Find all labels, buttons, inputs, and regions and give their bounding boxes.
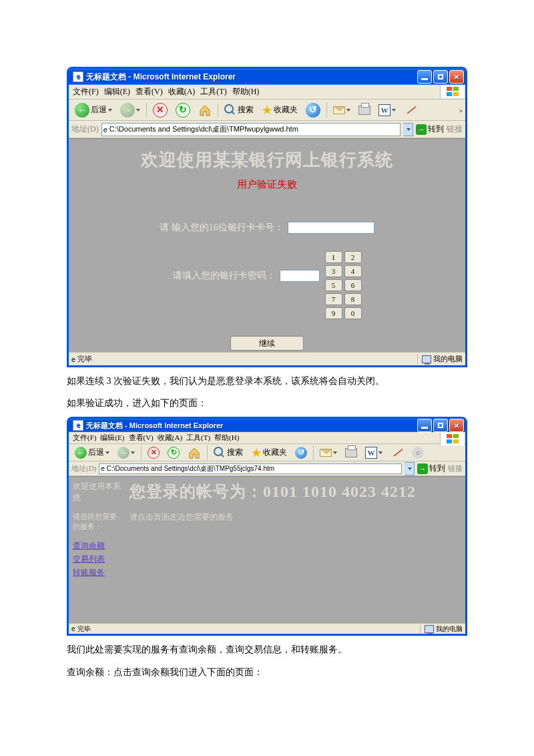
menu-tools[interactable]: 工具(T) [200,86,226,98]
key-2[interactable]: 2 [344,251,362,263]
menu-favorites[interactable]: 收藏(A) [168,86,196,98]
forward-button[interactable]: → [114,445,138,460]
menu-help[interactable]: 帮助(H) [232,86,260,98]
home-button[interactable] [195,102,215,119]
maximize-button[interactable] [433,70,448,83]
edit-button[interactable]: W [362,445,386,460]
address-label: 地址(D) [71,124,99,135]
key-0[interactable]: 0 [344,307,362,319]
address-label: 地址(D) [71,463,96,474]
refresh-button[interactable]: ↻ [172,102,194,119]
paragraph-3: 我们此处需要实现的服务有查询余额，查询交易信息，和转账服务。 [67,641,467,658]
links-label[interactable]: 链接 [447,124,463,135]
menubar: 文件(F) 编辑(E) 查看(V) 收藏(A) 工具(T) 帮助(H) [69,85,465,100]
refresh-icon: ↻ [168,447,180,459]
menu-edit[interactable]: 编辑(E) [100,433,124,443]
edit-button[interactable]: W [375,102,399,119]
addressbar: 地址(D) e C:\Documents and Settings\dcl\桌面… [69,461,465,476]
home-button[interactable] [184,445,204,460]
link-transfer[interactable]: 转账服务 [73,567,121,578]
star-icon: ★ [262,104,272,116]
maximize-button[interactable] [433,419,448,432]
titlebar[interactable]: e 无标题文档 - Microsoft Internet Explorer ✕ [69,69,465,85]
stop-button[interactable]: ✕ [150,102,171,119]
windows-logo-icon [440,432,464,445]
windows-logo-icon [440,85,464,98]
key-1[interactable]: 1 [325,251,342,263]
key-5[interactable]: 5 [325,279,342,291]
link-transactions[interactable]: 交易列表 [73,554,121,565]
swoosh-button[interactable]: ⟋ [387,445,407,460]
welcome-text: 欢迎使用本系统 [73,481,121,504]
card-label: 请 输入您的16位银行卡卡号： [160,222,284,234]
close-button[interactable]: ✕ [449,419,464,432]
print-button[interactable] [355,102,374,119]
menu-view[interactable]: 查看(V) [136,86,163,98]
page-content: 欢迎使用某某银行网上银行系统 用户验证失败 请 输入您的16位银行卡卡号： 请填… [69,138,465,352]
page-icon: e [101,465,105,472]
window-title: 无标题文档 - Microsoft Internet Explorer [86,71,417,83]
forward-button[interactable]: → [117,102,144,119]
menu-favorites[interactable]: 收藏(A) [158,433,182,443]
favorites-button[interactable]: ★收藏夹 [248,445,290,460]
paragraph-2: 如果验证成功，进入如下的页面： [67,395,467,411]
history-button[interactable]: ↺ [292,445,310,460]
minimize-button[interactable] [417,70,432,83]
go-button[interactable]: →转到 [417,463,445,474]
password-input[interactable] [280,270,320,282]
home-icon [188,446,201,459]
address-dropdown[interactable] [403,123,413,136]
page-icon: e [71,625,75,632]
go-icon: → [416,124,427,135]
menu-tools[interactable]: 工具(T) [186,433,210,443]
address-input[interactable]: e C:\Documents and Settings\dcl\桌面\TMPfw… [101,123,400,136]
search-button[interactable]: 搜索 [210,445,246,460]
address-dropdown[interactable] [405,462,415,476]
key-8[interactable]: 8 [344,293,362,305]
mail-icon [333,106,345,114]
page-icon: e [73,71,83,82]
menu-file[interactable]: 文件(F) [73,433,96,443]
address-input[interactable]: e C:\Documents and Settings\dcl\桌面\TMPg5… [99,463,402,474]
word-icon: W [365,447,377,459]
stop-icon: ✕ [148,447,160,459]
back-icon: ← [75,103,89,118]
mail-button[interactable] [316,445,340,460]
key-4[interactable]: 4 [344,265,362,277]
menu-file[interactable]: 文件(F) [73,86,99,98]
favorites-button[interactable]: ★收藏夹 [258,102,301,119]
history-button[interactable]: ↺ [302,102,324,119]
search-button[interactable]: 搜索 [221,102,257,119]
refresh-button[interactable]: ↻ [164,445,183,460]
word-icon: W [378,104,390,116]
error-message: 用户验证失败 [69,178,465,191]
toolbar: ← 后退 → ✕ ↻ 搜索 ★收藏夹 ↺ W ⟋ » [69,100,465,121]
titlebar[interactable]: e 无标题文档 - Microsoft Internet Explorer ✕ [69,419,465,432]
links-label[interactable]: 链接 [448,463,463,474]
search-icon [214,447,226,459]
key-7[interactable]: 7 [325,293,342,305]
mail-button[interactable] [330,102,354,119]
back-button[interactable]: ← 后退 [71,102,115,119]
stop-button[interactable]: ✕ [144,445,163,460]
statusbar: e完毕 我的电脑 [69,352,465,365]
link-balance[interactable]: 查询余额 [73,540,121,552]
go-button[interactable]: → 转到 [416,124,444,135]
menu-edit[interactable]: 编辑(E) [104,86,130,98]
menu-help[interactable]: 帮助(H) [214,433,239,443]
card-input[interactable] [288,222,374,234]
key-6[interactable]: 6 [344,279,362,291]
extra-button[interactable]: ○ [409,445,427,460]
key-9[interactable]: 9 [325,307,342,319]
close-button[interactable]: ✕ [449,70,464,83]
menu-view[interactable]: 查看(V) [129,433,154,443]
minimize-button[interactable] [417,419,432,432]
swoosh-button[interactable]: ⟋ [400,102,421,119]
toolbar-overflow[interactable]: » [459,106,463,114]
back-button[interactable]: ←后退 [71,445,113,460]
key-3[interactable]: 3 [325,265,342,277]
swoosh-icon: ⟋ [404,102,417,118]
printer-icon [358,106,370,115]
print-button[interactable] [342,445,360,460]
continue-button[interactable]: 继续 [230,336,304,351]
